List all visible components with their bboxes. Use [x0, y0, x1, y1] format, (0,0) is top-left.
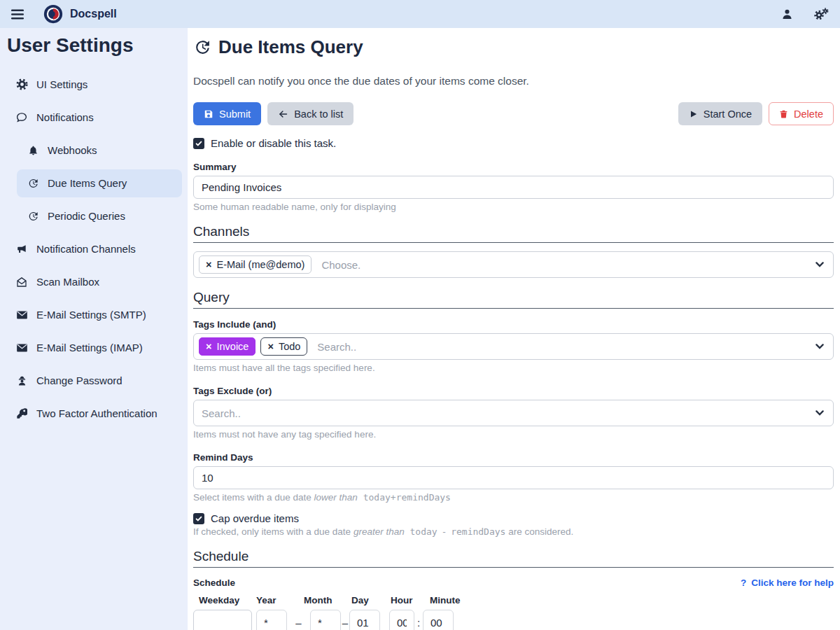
tag-chip-invoice[interactable]: × Invoice: [199, 337, 255, 356]
back-label: Back to list: [294, 108, 343, 120]
channels-multiselect[interactable]: × E-Mail (me@demo) Choose.: [193, 251, 834, 278]
chip-close-icon[interactable]: ×: [206, 342, 211, 352]
sidebar-item-label: E-Mail Settings (SMTP): [36, 309, 146, 321]
bell-icon: [27, 145, 39, 156]
save-icon: [204, 109, 214, 119]
start-once-label: Start Once: [704, 108, 752, 120]
sidebar-item-email-imap[interactable]: E-Mail Settings (IMAP): [0, 331, 188, 364]
sidebar-item-periodic-queries[interactable]: Periodic Queries: [0, 200, 188, 232]
hour-input[interactable]: [389, 610, 414, 630]
sidebar-item-label: Change Password: [36, 374, 122, 386]
sidebar-title: User Settings: [0, 28, 188, 57]
chip-close-icon[interactable]: ×: [206, 260, 211, 270]
help-italic: greater than: [354, 526, 405, 537]
help-text: are considered.: [505, 526, 573, 537]
channels-section-header: Channels: [193, 224, 834, 243]
sidebar-item-label: Notification Channels: [36, 243, 136, 255]
col-year: Year: [256, 595, 304, 606]
tags-exclude-multiselect[interactable]: Search..: [193, 400, 834, 426]
date-separator: –: [287, 617, 310, 629]
tags-include-placeholder: Search..: [317, 341, 356, 353]
tags-exclude-placeholder: Search..: [202, 407, 241, 419]
help-code: remindDays: [451, 526, 505, 537]
delete-button[interactable]: Delete: [769, 102, 834, 125]
remind-days-help: Select items with a due date lower than …: [193, 492, 834, 503]
sidebar-item-change-password[interactable]: Change Password: [0, 364, 188, 397]
tag-chip-todo[interactable]: × Todo: [260, 337, 307, 356]
toolbar-right: Start Once Delete: [678, 102, 834, 125]
toolbar-left: Submit Back to list: [193, 102, 354, 125]
app-title: Docspell: [70, 8, 117, 20]
sidebar-item-label: UI Settings: [36, 78, 88, 90]
help-text: Select items with a due date: [193, 492, 314, 503]
enable-task-row: Enable or disable this task.: [193, 137, 834, 149]
topbar: Docspell: [0, 0, 840, 28]
tags-include-help: Items must have all the tags specified h…: [193, 363, 834, 373]
tags-include-multiselect[interactable]: × Invoice × Todo Search..: [193, 333, 834, 360]
sidebar-item-label: Webhooks: [48, 144, 97, 156]
cogs-icon[interactable]: [814, 8, 829, 20]
page-description: Docspell can notify you once the due dat…: [193, 75, 834, 88]
col-hour: Hour: [391, 595, 430, 606]
settings-sidebar: User Settings UI Settings Notifications …: [0, 28, 188, 630]
day-input[interactable]: [349, 610, 380, 630]
calendar-event-row: – – :: [193, 610, 834, 630]
weekday-select[interactable]: [193, 610, 252, 630]
summary-input[interactable]: [193, 176, 834, 199]
toolbar: Submit Back to list Start Once Delete: [193, 102, 834, 125]
submit-label: Submit: [219, 108, 251, 120]
back-to-list-button[interactable]: Back to list: [267, 102, 354, 125]
help-code: today+remindDays: [358, 492, 451, 503]
cap-overdue-help: If checked, only items with a due date g…: [193, 526, 834, 537]
cap-overdue-checkbox[interactable]: [193, 513, 204, 524]
user-account-icon[interactable]: [781, 8, 793, 20]
schedule-label: Schedule: [193, 578, 235, 588]
sidebar-item-ui-settings[interactable]: UI Settings: [0, 68, 188, 101]
sidebar-item-notification-channels[interactable]: Notification Channels: [0, 232, 188, 265]
question-icon: ?: [741, 578, 746, 588]
summary-help: Some human readable name, only for displ…: [193, 202, 834, 212]
chip-close-icon[interactable]: ×: [267, 342, 273, 352]
submit-button[interactable]: Submit: [193, 102, 261, 125]
schedule-help-link[interactable]: ? Click here for help: [741, 578, 834, 588]
date-separator: –: [341, 617, 349, 629]
main-content: Due Items Query Docspell can notify you …: [188, 28, 840, 630]
chip-label: E-Mail (me@demo): [216, 259, 304, 270]
channel-chip[interactable]: × E-Mail (me@demo): [199, 255, 312, 274]
history-icon: [27, 211, 39, 222]
play-icon: [689, 109, 698, 119]
chip-label: Invoice: [216, 341, 248, 352]
col-minute: Minute: [430, 595, 472, 606]
delete-label: Delete: [794, 108, 823, 120]
col-month: Month: [304, 595, 351, 606]
sidebar-item-due-items-query[interactable]: Due Items Query: [17, 169, 182, 197]
envelope-icon: [15, 343, 28, 353]
sidebar-item-webhooks[interactable]: Webhooks: [0, 134, 188, 167]
sidebar-item-label: Notifications: [36, 111, 94, 123]
help-text: If checked, only items with a due date: [193, 526, 354, 537]
page-title: Due Items Query: [193, 36, 834, 58]
sidebar-item-scan-mailbox[interactable]: Scan Mailbox: [0, 265, 188, 298]
help-code: today: [405, 526, 438, 537]
year-input[interactable]: [256, 610, 287, 630]
schedule-label-row: Schedule ? Click here for help: [193, 578, 834, 588]
chevron-down-icon[interactable]: [816, 344, 824, 349]
comment-icon: [15, 111, 28, 123]
menu-hamburger-icon[interactable]: [11, 9, 24, 20]
remind-days-input[interactable]: [193, 466, 834, 489]
enable-task-checkbox[interactable]: [193, 138, 204, 149]
chevron-down-icon[interactable]: [816, 410, 824, 416]
sidebar-item-label: Scan Mailbox: [36, 276, 99, 288]
sidebar-item-two-factor[interactable]: Two Factor Authentication: [0, 397, 188, 430]
trash-icon: [779, 109, 788, 119]
chevron-down-icon[interactable]: [816, 262, 824, 267]
start-once-button[interactable]: Start Once: [678, 102, 762, 125]
docspell-logo[interactable]: [43, 4, 63, 24]
sidebar-items: UI Settings Notifications Webhooks Due I…: [0, 68, 188, 430]
sidebar-item-notifications[interactable]: Notifications: [0, 101, 188, 134]
minute-input[interactable]: [423, 610, 454, 630]
envelope-icon: [15, 310, 28, 320]
sidebar-item-email-smtp[interactable]: E-Mail Settings (SMTP): [0, 298, 188, 331]
tags-exclude-label: Tags Exclude (or): [193, 386, 834, 396]
month-input[interactable]: [310, 610, 341, 630]
